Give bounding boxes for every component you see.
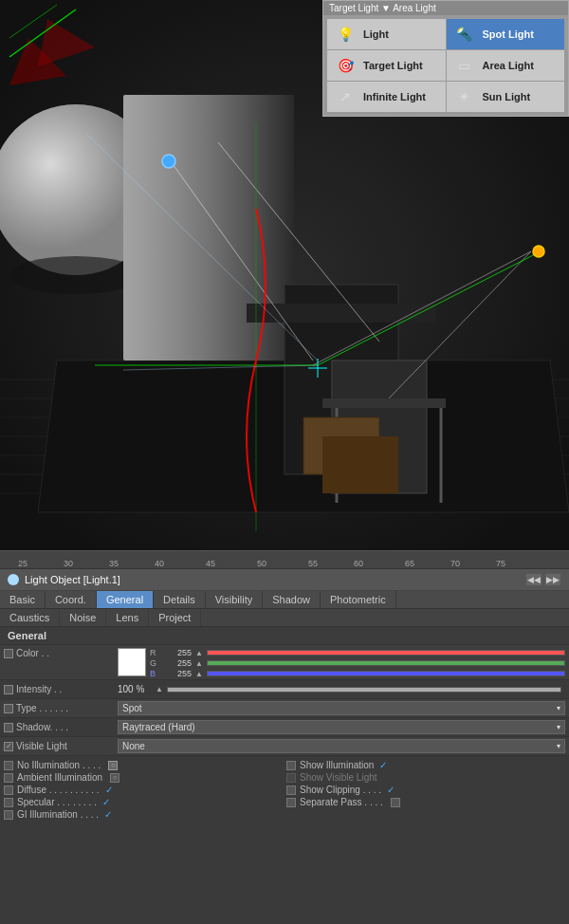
ruler-tick-75: 75 — [496, 559, 505, 568]
visible-light-checkbox[interactable] — [4, 742, 13, 751]
light-label-sun: Sun Light — [483, 91, 531, 102]
type-label: Type . . . . . . — [4, 703, 118, 713]
cb-specular: Specular . . . . . . . . ✓ — [4, 797, 283, 807]
light-menu-header: Target Light ▼ Area Light — [323, 1, 568, 15]
infinite-icon: ↗ — [335, 86, 356, 107]
tab-coord[interactable]: Coord. — [46, 591, 97, 608]
cb-gi-illumination: GI Illumination . . . . ✓ — [4, 809, 283, 820]
props-title-bar: Light Object [Light.1] ◀◀ ▶▶ — [0, 569, 569, 591]
cb-no-illumination-box[interactable] — [4, 761, 13, 770]
3d-viewport[interactable]: Target Light ▼ Area Light 💡 Light 🔦 Spot… — [0, 0, 569, 550]
shadow-row: Shadow. . . . Raytraced (Hard) — [0, 718, 569, 737]
light-dot-icon — [8, 574, 19, 585]
tab-details[interactable]: Details — [154, 591, 206, 608]
target-icon: 🎯 — [335, 55, 356, 76]
type-checkbox[interactable] — [4, 704, 13, 713]
g-bar[interactable] — [207, 660, 565, 666]
spot-icon: 🔦 — [454, 24, 475, 45]
type-dropdown[interactable]: Spot — [118, 701, 565, 715]
ruler-tick-60: 60 — [354, 559, 363, 568]
color-swatch[interactable] — [118, 648, 146, 676]
cb-show-clipping: Show Clipping . . . . ✓ — [286, 785, 565, 795]
b-spinup[interactable]: ▲ — [195, 670, 203, 678]
light-label-area: Area Light — [483, 60, 534, 71]
cb-ambient-illumination: Ambient Illumination ○ — [4, 772, 283, 783]
cb-show-clipping-box[interactable] — [286, 785, 296, 795]
shadow-dropdown[interactable]: Raytraced (Hard) — [118, 720, 565, 734]
specular-check: ✓ — [102, 797, 110, 807]
area-icon: ▭ — [454, 55, 475, 76]
tab-visibility[interactable]: Visibility — [206, 591, 264, 608]
ruler-marks: 25 30 35 40 45 50 55 60 65 70 75 — [0, 551, 569, 568]
nav-arrows: ◀◀ ▶▶ — [525, 573, 561, 586]
r-bar[interactable] — [207, 650, 565, 656]
light-type-sun[interactable]: ☀ Sun Light — [447, 82, 565, 112]
ruler-tick-55: 55 — [308, 559, 318, 568]
nav-next-button[interactable]: ▶▶ — [544, 573, 561, 586]
visible-light-label: Visible Light — [4, 741, 118, 751]
svg-rect-26 — [322, 398, 446, 408]
cb-show-illumination-box[interactable] — [286, 761, 296, 770]
cb-gi-illumination-box[interactable] — [4, 810, 13, 820]
visible-light-dropdown[interactable]: None — [118, 739, 565, 753]
cb-separate-pass-box[interactable] — [286, 798, 296, 807]
intensity-spinup[interactable]: ▲ — [156, 685, 163, 693]
color-row: Color . . R 255 ▲ G 255 ▲ — [0, 645, 569, 680]
cb-show-visible-light: Show Visible Light — [286, 772, 565, 783]
light-type-menu[interactable]: Target Light ▼ Area Light 💡 Light 🔦 Spot… — [322, 0, 569, 117]
tab-photometric[interactable]: Photometric — [321, 591, 396, 608]
ruler-tick-70: 70 — [450, 559, 460, 568]
channel-b-row: B 255 ▲ — [150, 669, 565, 678]
tab-shadow[interactable]: Shadow — [263, 591, 321, 608]
light-label-target: Target Light — [363, 60, 423, 71]
ruler-tick-40: 40 — [155, 559, 164, 568]
cb-ambient-circle[interactable]: ○ — [110, 773, 119, 783]
cb-separate-pass-circle[interactable] — [391, 798, 400, 807]
light-grid: 💡 Light 🔦 Spot Light 🎯 Target Light ▭ Ar… — [323, 15, 568, 116]
subtab-project[interactable]: Project — [149, 609, 201, 626]
color-checkbox[interactable] — [4, 649, 13, 658]
light-type-infinite[interactable]: ↗ Infinite Light — [327, 82, 446, 112]
r-spinup[interactable]: ▲ — [195, 649, 203, 657]
light-type-light[interactable]: 💡 Light — [327, 19, 446, 49]
show-illumination-check: ✓ — [379, 760, 387, 770]
tab-basic[interactable]: Basic — [0, 591, 46, 608]
header-text: Target Light ▼ Area Light — [329, 3, 436, 13]
svg-rect-30 — [322, 436, 398, 493]
cb-no-illumination-circle[interactable]: ○ — [108, 761, 118, 770]
cb-empty — [286, 809, 565, 820]
cb-specular-box[interactable] — [4, 798, 13, 807]
g-spinup[interactable]: ▲ — [195, 659, 203, 668]
g-label: G — [150, 658, 159, 668]
light-label-infinite: Infinite Light — [363, 91, 426, 102]
ruler-tick-30: 30 — [64, 559, 73, 568]
ruler-tick-35: 35 — [109, 559, 119, 568]
light-type-spot[interactable]: 🔦 Spot Light — [447, 19, 565, 49]
shadow-label: Shadow. . . . — [4, 722, 118, 732]
diffuse-check: ✓ — [105, 785, 113, 795]
subtab-lens[interactable]: Lens — [106, 609, 149, 626]
subtab-caustics[interactable]: Caustics — [0, 609, 60, 626]
cb-diffuse: Diffuse . . . . . . . . . . ✓ — [4, 785, 283, 795]
channel-rows: R 255 ▲ G 255 ▲ B 255 ▲ — [150, 648, 565, 678]
subtab-noise[interactable]: Noise — [60, 609, 106, 626]
cb-show-visible-light-box — [286, 773, 296, 783]
cb-diffuse-box[interactable] — [4, 785, 13, 795]
cb-ambient-box[interactable] — [4, 773, 13, 783]
light-type-area[interactable]: ▭ Area Light — [447, 50, 565, 81]
light-type-target[interactable]: 🎯 Target Light — [327, 50, 446, 81]
props-title: Light Object [Light.1] — [25, 574, 120, 585]
clipping-check: ✓ — [387, 785, 395, 795]
nav-prev-button[interactable]: ◀◀ — [525, 573, 542, 586]
intensity-checkbox[interactable] — [4, 685, 13, 694]
gi-check: ✓ — [104, 809, 112, 820]
r-value: 255 — [163, 648, 192, 657]
channel-r-row: R 255 ▲ — [150, 648, 565, 657]
properties-panel: Light Object [Light.1] ◀◀ ▶▶ Basic Coord… — [0, 569, 569, 823]
b-bar[interactable] — [207, 671, 565, 676]
tab-general[interactable]: General — [97, 591, 154, 608]
intensity-bar[interactable] — [167, 687, 561, 693]
shadow-checkbox[interactable] — [4, 723, 13, 732]
cb-separate-pass: Separate Pass . . . . — [286, 797, 565, 807]
cb-show-illumination: Show Illumination ✓ — [286, 760, 565, 770]
